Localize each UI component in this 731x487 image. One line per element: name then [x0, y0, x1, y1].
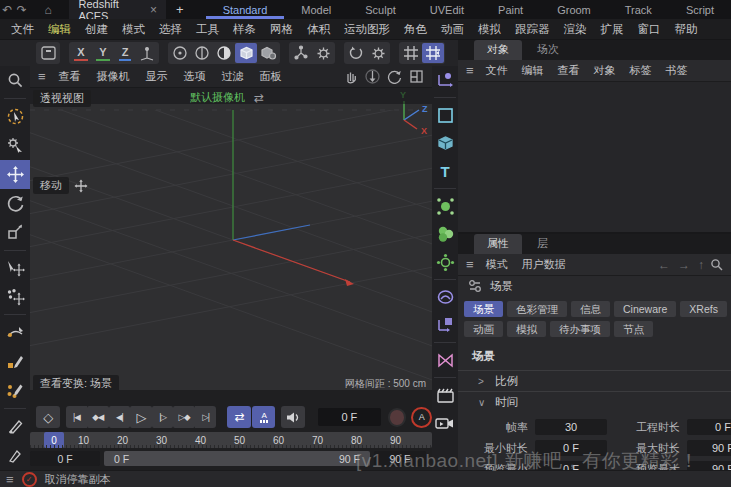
- snap-button[interactable]: [422, 43, 444, 63]
- model-mode-button[interactable]: [235, 43, 257, 63]
- camera-swap-icon[interactable]: ⇄: [254, 91, 264, 105]
- min-time-field[interactable]: 0 F: [535, 440, 607, 456]
- workplane-settings-button[interactable]: [367, 43, 389, 63]
- tab-objects[interactable]: 对象: [474, 40, 522, 60]
- viewport-canvas[interactable]: Y Z X 透视视图 默认摄像机 ⇄ 移动 查看变换: 场景 网格间距 : 50…: [30, 88, 432, 390]
- axis-settings-button[interactable]: [312, 43, 334, 63]
- record-button[interactable]: [388, 408, 407, 427]
- grid-button[interactable]: [400, 43, 422, 63]
- axis-modify-button[interactable]: [290, 43, 312, 63]
- menu-mograph[interactable]: 运动图形: [337, 22, 397, 37]
- cube-primitive-button[interactable]: [432, 129, 458, 157]
- attr-tab-cineware[interactable]: Cineware: [614, 301, 676, 317]
- attr-tab-xrefs[interactable]: XRefs: [680, 301, 727, 317]
- rectangle-spline-button[interactable]: [432, 101, 458, 129]
- view-name-label[interactable]: 透视视图: [33, 90, 91, 107]
- loop-playback-button[interactable]: ⇄: [227, 406, 251, 428]
- menu-file[interactable]: 文件: [4, 22, 41, 37]
- pan-hand-icon[interactable]: [343, 69, 358, 84]
- tab-attributes[interactable]: 属性: [474, 234, 522, 254]
- play-button[interactable]: ▷: [130, 406, 152, 428]
- layout-tab-standard[interactable]: Standard: [206, 0, 285, 19]
- camera-label-group[interactable]: 默认摄像机 ⇄: [190, 90, 264, 105]
- menu-spline[interactable]: 样条: [226, 22, 263, 37]
- hamburger-icon[interactable]: ≡: [38, 69, 46, 84]
- attr-tab-color-management[interactable]: 色彩管理: [507, 301, 567, 317]
- workplane-rotate-button[interactable]: [345, 43, 367, 63]
- menu-simulate[interactable]: 模拟: [471, 22, 508, 37]
- points-transform-button[interactable]: [0, 282, 30, 311]
- text-primitive-button[interactable]: T: [432, 157, 458, 185]
- back-icon[interactable]: ←: [656, 258, 672, 272]
- layout-tab-script[interactable]: Script: [669, 0, 731, 19]
- am-menu-userdata[interactable]: 用户数据: [516, 257, 572, 272]
- viewport-menu-filter[interactable]: 过滤: [215, 69, 251, 84]
- attr-tab-todo[interactable]: 待办事项: [550, 321, 610, 337]
- layout-tab-sculpt[interactable]: Sculpt: [348, 0, 413, 19]
- menu-extensions[interactable]: 扩展: [594, 22, 631, 37]
- om-menu-file[interactable]: 文件: [480, 63, 514, 78]
- layout-tab-uvedit[interactable]: UVEdit: [413, 0, 481, 19]
- redo-icon[interactable]: ↷: [14, 3, 28, 17]
- layout-tab-groom[interactable]: Groom: [540, 0, 608, 19]
- tab-layers[interactable]: 层: [524, 234, 561, 254]
- subdivision-surface-button[interactable]: [432, 192, 458, 220]
- simulation-button[interactable]: [432, 283, 458, 311]
- playhead[interactable]: 0: [44, 432, 64, 448]
- project-duration-field[interactable]: 0 F: [687, 419, 731, 435]
- previous-key-button[interactable]: ◆◀: [87, 406, 109, 428]
- om-menu-bookmarks[interactable]: 书签: [660, 63, 694, 78]
- render-view-button[interactable]: [432, 381, 458, 409]
- next-key-button[interactable]: ▷◆: [173, 406, 195, 428]
- timeline-ruler[interactable]: 0 10 20 30 40 50 60 70 80 90: [30, 432, 432, 448]
- viewport-menu-display[interactable]: 显示: [139, 69, 175, 84]
- viewport-menu-panel[interactable]: 面板: [253, 69, 289, 84]
- object-mode-button[interactable]: [257, 43, 279, 63]
- record-keyframe-button[interactable]: ◇: [36, 406, 60, 428]
- dolly-icon[interactable]: [365, 69, 380, 84]
- menu-tracker[interactable]: 跟踪器: [508, 22, 557, 37]
- points-mode-button[interactable]: [169, 43, 191, 63]
- tweak-tool-button[interactable]: [0, 131, 30, 160]
- menu-edit[interactable]: 编辑: [41, 22, 78, 37]
- knife-tool-button[interactable]: [0, 412, 30, 441]
- om-menu-edit[interactable]: 编辑: [516, 63, 550, 78]
- coordinate-system-button[interactable]: [136, 43, 158, 63]
- render-settings-button[interactable]: [432, 409, 458, 437]
- menu-character[interactable]: 角色: [397, 22, 434, 37]
- sound-button[interactable]: [281, 406, 305, 428]
- layout-tab-track[interactable]: Track: [608, 0, 669, 19]
- viewport-menu-camera[interactable]: 摄像机: [90, 69, 137, 84]
- previous-frame-button[interactable]: ◀|: [109, 406, 131, 428]
- asset-drawer-button[interactable]: [37, 43, 59, 63]
- rotate-tool-button[interactable]: [0, 189, 30, 218]
- volume-builder-button[interactable]: [432, 220, 458, 248]
- forward-icon[interactable]: →: [676, 258, 692, 272]
- max-time-field[interactable]: 90 F: [687, 440, 731, 456]
- up-icon[interactable]: ↑: [696, 258, 706, 272]
- new-tab-icon[interactable]: +: [176, 2, 184, 17]
- menu-mesh[interactable]: 网格: [263, 22, 300, 37]
- spline-points-tool-button[interactable]: [0, 376, 30, 405]
- autokey-mode-button[interactable]: A: [252, 406, 276, 428]
- goto-start-button[interactable]: |◀: [66, 406, 88, 428]
- spline-pen-tool-button[interactable]: [0, 347, 30, 376]
- viewport-menu-view[interactable]: 查看: [52, 69, 88, 84]
- search-icon[interactable]: [710, 258, 723, 271]
- next-frame-button[interactable]: |▷: [152, 406, 174, 428]
- viewport-menu-options[interactable]: 选项: [177, 69, 213, 84]
- range-start-label[interactable]: 0 F: [114, 453, 129, 465]
- close-icon[interactable]: ×: [150, 3, 157, 17]
- hamburger-icon[interactable]: ≡: [466, 63, 474, 78]
- move-tool-button[interactable]: [0, 160, 30, 189]
- attr-tab-info[interactable]: 信息: [571, 301, 610, 317]
- layout-tab-paint[interactable]: Paint: [481, 0, 540, 19]
- object-tree-area[interactable]: [458, 82, 731, 234]
- fps-field[interactable]: 30: [535, 419, 607, 435]
- hamburger-icon[interactable]: ≡: [466, 257, 474, 272]
- tab-takes[interactable]: 场次: [524, 40, 572, 60]
- orbit-icon[interactable]: [387, 69, 402, 84]
- toggle-views-icon[interactable]: [409, 69, 424, 84]
- om-menu-tags[interactable]: 标签: [624, 63, 658, 78]
- spline-arc-tool-button[interactable]: [0, 318, 30, 347]
